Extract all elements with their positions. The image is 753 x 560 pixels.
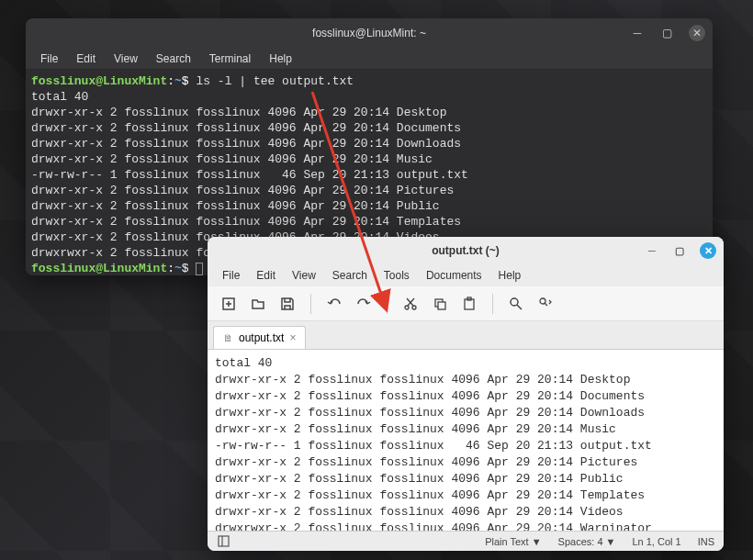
term-row: drwxr-xr-x 2 fosslinux fosslinux 4096 Ap… — [31, 184, 454, 197]
terminal-titlebar[interactable]: fosslinux@LinuxMint: ~ ─ ▢ ✕ — [26, 18, 713, 48]
menu-file[interactable]: File — [33, 50, 65, 68]
toolbar-separator — [387, 294, 388, 314]
svg-rect-15 — [219, 536, 229, 546]
undo-icon[interactable] — [322, 292, 346, 316]
minimize-button[interactable]: ─ — [645, 243, 659, 258]
status-mode[interactable]: INS — [698, 536, 714, 547]
term-total: total 40 — [31, 90, 88, 104]
ed-row: drwxr-xr-x 2 fosslinux fosslinux 4096 Ap… — [215, 422, 616, 436]
redo-icon[interactable] — [352, 292, 376, 316]
file-icon: 🗎 — [223, 332, 233, 343]
replace-icon[interactable] — [534, 292, 557, 316]
cursor — [196, 263, 203, 275]
editor-title: output.txt (~) — [432, 244, 500, 257]
ed-total: total 40 — [215, 356, 272, 370]
tab-close-icon[interactable]: × — [289, 331, 296, 344]
minimize-button[interactable]: ─ — [630, 26, 645, 40]
close-button[interactable]: ✕ — [700, 242, 716, 259]
svg-point-11 — [511, 298, 518, 306]
prompt-user: fosslinux@LinuxMint — [31, 262, 167, 275]
editor-statusbar: Plain Text ▼ Spaces: 4 ▼ Ln 1, Col 1 INS — [208, 531, 724, 551]
ed-row: -rw-rw-r-- 1 fosslinux fosslinux 46 Sep … — [215, 439, 652, 453]
prompt-user: fosslinux@LinuxMint — [31, 74, 167, 88]
ed-row: drwxr-xr-x 2 fosslinux fosslinux 4096 Ap… — [215, 472, 624, 486]
maximize-button[interactable]: ▢ — [659, 26, 674, 40]
svg-line-6 — [407, 298, 413, 306]
menu-edit[interactable]: Edit — [69, 50, 103, 68]
term-row: drwxr-xr-x 2 fosslinux fosslinux 4096 Ap… — [31, 121, 461, 135]
prompt-path: ~ — [174, 262, 182, 275]
close-button[interactable]: ✕ — [689, 25, 705, 41]
menu-edit[interactable]: Edit — [249, 266, 283, 285]
search-icon[interactable] — [504, 292, 528, 316]
menu-help[interactable]: Help — [262, 50, 299, 68]
menu-file[interactable]: File — [215, 266, 247, 285]
ed-row: drwxr-xr-x 2 fosslinux fosslinux 4096 Ap… — [215, 389, 645, 403]
menu-documents[interactable]: Documents — [419, 266, 489, 285]
toolbar-separator — [492, 294, 493, 314]
status-spaces[interactable]: Spaces: 4 ▼ — [558, 536, 616, 547]
tab-output-txt[interactable]: 🗎 output.txt × — [213, 326, 306, 349]
ed-row: drwxrwxr-x 2 fosslinux fosslinux 4096 Ap… — [215, 521, 652, 531]
menu-search[interactable]: Search — [325, 266, 375, 285]
menu-search[interactable]: Search — [149, 50, 198, 68]
prompt-path: ~ — [174, 74, 182, 88]
toolbar-separator — [310, 294, 311, 314]
cut-icon[interactable] — [399, 292, 422, 316]
save-file-icon[interactable] — [275, 292, 299, 316]
ed-row: drwxr-xr-x 2 fosslinux fosslinux 4096 Ap… — [215, 406, 645, 420]
editor-titlebar[interactable]: output.txt (~) ─ ▢ ✕ — [208, 237, 724, 264]
editor-menubar: File Edit View Search Tools Documents He… — [208, 264, 724, 286]
new-file-icon[interactable] — [217, 292, 241, 316]
editor-window: output.txt (~) ─ ▢ ✕ File Edit View Sear… — [208, 237, 724, 551]
svg-line-5 — [408, 298, 414, 306]
tab-label: output.txt — [239, 331, 284, 344]
maximize-button[interactable]: ▢ — [672, 243, 687, 258]
ed-row: drwxr-xr-x 2 fosslinux fosslinux 4096 Ap… — [215, 373, 630, 386]
ed-row: drwxr-xr-x 2 fosslinux fosslinux 4096 Ap… — [215, 488, 645, 502]
editor-toolbar — [208, 286, 724, 321]
editor-body[interactable]: total 40 drwxr-xr-x 2 fosslinux fosslinu… — [208, 349, 724, 531]
terminal-title: fosslinux@LinuxMint: ~ — [312, 27, 426, 39]
svg-point-4 — [412, 306, 416, 309]
svg-rect-8 — [438, 302, 445, 309]
sidebar-toggle-icon[interactable] — [217, 535, 230, 548]
svg-line-12 — [517, 305, 522, 309]
status-cursor: Ln 1, Col 1 — [632, 536, 680, 547]
term-row: drwxr-xr-x 2 fosslinux fosslinux 4096 Ap… — [31, 152, 433, 166]
status-syntax[interactable]: Plain Text ▼ — [485, 536, 541, 547]
menu-view[interactable]: View — [107, 50, 145, 68]
svg-point-3 — [405, 306, 409, 309]
terminal-window-controls: ─ ▢ ✕ — [630, 25, 705, 41]
svg-line-14 — [545, 303, 547, 306]
paste-icon[interactable] — [457, 292, 481, 316]
menu-tools[interactable]: Tools — [376, 266, 417, 285]
editor-tabstrip: 🗎 output.txt × — [208, 321, 724, 349]
menu-terminal[interactable]: Terminal — [202, 50, 258, 68]
term-row: -rw-rw-r-- 1 fosslinux fosslinux 46 Sep … — [31, 168, 468, 182]
term-row: drwxr-xr-x 2 fosslinux fosslinux 4096 Ap… — [31, 137, 461, 151]
terminal-menubar: File Edit View Search Terminal Help — [26, 48, 713, 70]
menu-help[interactable]: Help — [491, 266, 529, 285]
term-row: drwxr-xr-x 2 fosslinux fosslinux 4096 Ap… — [31, 106, 446, 119]
open-file-icon[interactable] — [246, 292, 270, 316]
editor-window-controls: ─ ▢ ✕ — [645, 242, 716, 259]
ed-row: drwxr-xr-x 2 fosslinux fosslinux 4096 Ap… — [215, 455, 637, 469]
ed-row: drwxr-xr-x 2 fosslinux fosslinux 4096 Ap… — [215, 505, 624, 519]
term-row: drwxr-xr-x 2 fosslinux fosslinux 4096 Ap… — [31, 215, 461, 229]
term-row: drwxr-xr-x 2 fosslinux fosslinux 4096 Ap… — [31, 199, 440, 213]
menu-view[interactable]: View — [285, 266, 323, 285]
command-text: ls -l | tee output.txt — [196, 74, 354, 88]
copy-icon[interactable] — [428, 292, 452, 316]
